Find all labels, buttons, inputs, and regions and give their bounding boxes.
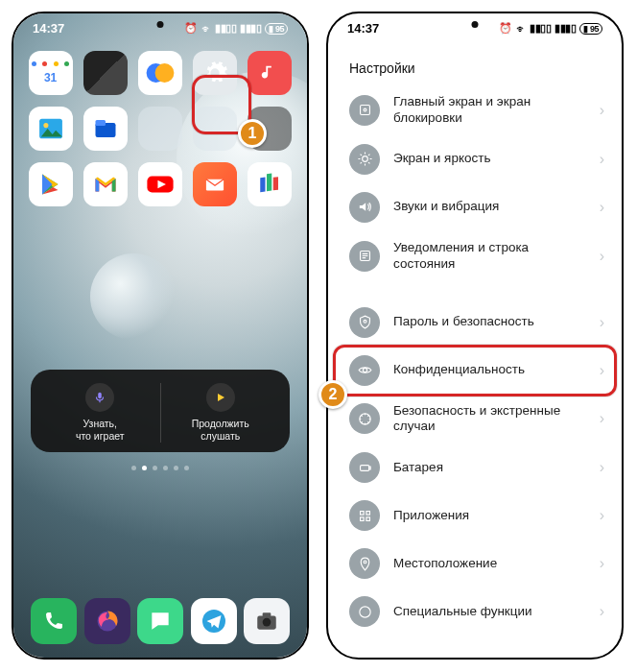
- svg-point-18: [364, 108, 366, 111]
- svg-point-15: [263, 618, 271, 627]
- svg-point-30: [364, 561, 366, 564]
- row-special[interactable]: Специальные функции ›: [328, 588, 622, 636]
- sound-icon: [349, 192, 380, 223]
- wifi-icon: ᯤ: [516, 23, 527, 35]
- gear-icon: [201, 60, 228, 86]
- status-bar: 14:37 ⏰ ᯤ ▮▮▯▯ ▮▮▮▯ ▮95: [13, 13, 307, 39]
- wifi-icon: ᯤ: [201, 23, 212, 35]
- signal-icon: ▮▮▯▯: [530, 22, 551, 35]
- settings-app-icon[interactable]: [193, 51, 237, 95]
- chevron-right-icon: ›: [600, 603, 604, 620]
- chevron-right-icon: ›: [600, 507, 604, 524]
- gallery-app-icon[interactable]: [29, 107, 73, 151]
- status-icons: ⏰ ᯤ ▮▮▯▯ ▮▮▮▯ ▮95: [499, 22, 602, 35]
- svg-rect-24: [360, 465, 368, 470]
- dock: [27, 598, 294, 644]
- phone-app-icon[interactable]: [31, 598, 77, 644]
- svg-rect-11: [99, 393, 103, 398]
- battery-indicator: ▮95: [579, 23, 602, 35]
- folder-misc-icon[interactable]: [193, 107, 237, 151]
- circles-app-icon[interactable]: [138, 51, 182, 95]
- row-battery[interactable]: Батарея ›: [328, 444, 622, 492]
- svg-rect-25: [368, 467, 369, 469]
- phone-home-screen: 14:37 ⏰ ᯤ ▮▮▯▯ ▮▮▮▯ ▮95 31: [12, 12, 309, 660]
- svg-rect-10: [273, 177, 278, 190]
- mic-icon: [85, 383, 114, 412]
- widget-identify[interactable]: Узнать,что играет: [40, 383, 160, 443]
- special-icon: [349, 596, 380, 627]
- telegram-icon[interactable]: [191, 598, 237, 644]
- play-store-icon[interactable]: [29, 162, 73, 206]
- row-security[interactable]: Безопасность и экстренные случаи ›: [328, 395, 622, 444]
- chevron-right-icon: ›: [600, 151, 604, 168]
- privacy-icon: [349, 355, 380, 386]
- alarm-icon: ⏰: [499, 22, 512, 35]
- location-icon: [349, 548, 380, 579]
- music-widget[interactable]: Узнать,что играет Продолжитьслушать: [31, 370, 290, 452]
- page-dots[interactable]: [13, 466, 307, 470]
- row-notifications[interactable]: Уведомления и строка состояния ›: [328, 231, 622, 281]
- svg-rect-27: [366, 511, 369, 515]
- row-password[interactable]: Пароль и безопасность ›: [328, 299, 622, 347]
- shield-icon: [349, 307, 380, 338]
- dark-app-icon[interactable]: [83, 51, 128, 95]
- svg-rect-29: [366, 517, 369, 521]
- svg-rect-17: [360, 106, 369, 115]
- svg-rect-9: [267, 174, 271, 192]
- signal2-icon: ▮▮▮▯: [240, 22, 261, 35]
- firefox-icon[interactable]: [84, 598, 130, 644]
- home-layer: 14:37 ⏰ ᯤ ▮▮▯▯ ▮▮▮▯ ▮95 31: [13, 13, 307, 658]
- battery-indicator: ▮95: [265, 23, 288, 35]
- calendar-app-icon[interactable]: 31: [29, 51, 73, 95]
- bars-app-icon[interactable]: [248, 162, 292, 206]
- chevron-right-icon: ›: [600, 410, 604, 427]
- gmail-icon[interactable]: [83, 162, 128, 206]
- play-icon: [206, 383, 235, 412]
- phone-settings-screen: 14:37 ⏰ ᯤ ▮▮▯▯ ▮▮▮▯ ▮95 Настройки Главны…: [326, 12, 624, 660]
- row-location[interactable]: Местоположение ›: [328, 540, 622, 588]
- folder-google-icon[interactable]: [138, 107, 182, 151]
- svg-point-19: [362, 156, 367, 162]
- signal-icon: ▮▮▯▯: [215, 22, 236, 35]
- chevron-right-icon: ›: [600, 314, 604, 331]
- camera-icon[interactable]: [244, 598, 290, 644]
- settings-title: Настройки: [328, 45, 622, 85]
- row-apps[interactable]: Приложения ›: [328, 492, 622, 540]
- chevron-right-icon: ›: [600, 459, 604, 476]
- apps-icon: [349, 500, 380, 531]
- row-privacy[interactable]: Конфиденциальность ›: [328, 347, 622, 395]
- svg-point-3: [43, 123, 48, 128]
- notification-icon: [349, 241, 380, 272]
- svg-point-23: [359, 414, 369, 424]
- emergency-icon: [349, 403, 380, 434]
- svg-point-22: [363, 368, 366, 372]
- music-app-icon[interactable]: [248, 51, 292, 95]
- battery-icon: [349, 452, 380, 483]
- row-home-lock[interactable]: Главный экран и экран блокировки ›: [328, 85, 622, 135]
- status-icons: ⏰ ᯤ ▮▮▯▯ ▮▮▮▯ ▮95: [184, 22, 288, 35]
- chevron-right-icon: ›: [600, 555, 604, 572]
- settings-list[interactable]: Настройки Главный экран и экран блокиров…: [328, 39, 622, 660]
- chevron-right-icon: ›: [600, 199, 604, 216]
- svg-rect-5: [95, 120, 106, 126]
- calendar-day: 31: [44, 71, 57, 84]
- mail-app-icon[interactable]: [193, 162, 237, 206]
- files-app-icon[interactable]: [83, 107, 128, 151]
- youtube-icon[interactable]: [138, 162, 182, 206]
- status-bar: 14:37 ⏰ ᯤ ▮▮▯▯ ▮▮▮▯ ▮95: [328, 13, 622, 39]
- status-time: 14:37: [347, 21, 379, 36]
- svg-rect-26: [360, 511, 364, 515]
- signal2-icon: ▮▮▮▯: [554, 22, 576, 35]
- row-sound[interactable]: Звуки и вибрация ›: [328, 183, 622, 231]
- widget-continue[interactable]: Продолжитьслушать: [160, 383, 281, 443]
- row-display[interactable]: Экран и яркость ›: [328, 135, 622, 183]
- svg-point-21: [364, 320, 366, 323]
- svg-point-1: [155, 63, 175, 83]
- step2-badge: 2: [318, 380, 347, 409]
- messages-icon[interactable]: [137, 598, 183, 644]
- status-time: 14:37: [33, 21, 64, 36]
- svg-rect-16: [263, 612, 271, 616]
- svg-point-31: [359, 607, 369, 617]
- chevron-right-icon: ›: [600, 248, 604, 265]
- alarm-icon: ⏰: [184, 22, 198, 35]
